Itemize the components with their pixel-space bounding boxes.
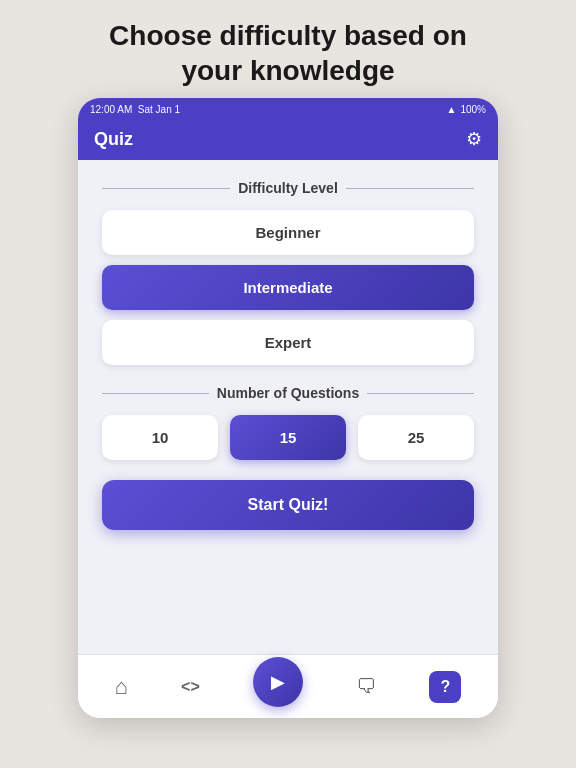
main-content: Difficulty Level Beginner Intermediate E… (78, 160, 498, 654)
difficulty-section-title: Difficulty Level (238, 180, 338, 196)
nav-bar: Quiz ⚙ (78, 120, 498, 160)
question-count-group: 10 15 25 (102, 415, 474, 460)
start-quiz-button[interactable]: Start Quiz! (102, 480, 474, 530)
count-15-button[interactable]: 15 (230, 415, 346, 460)
device-frame: 12:00 AM Sat Jan 1 ▲ 100% Quiz ⚙ Difficu… (78, 98, 498, 718)
difficulty-group: Beginner Intermediate Expert (102, 210, 474, 365)
questions-header-line-left (102, 393, 209, 394)
nav-home[interactable]: ⌂ (115, 674, 128, 700)
expert-button[interactable]: Expert (102, 320, 474, 365)
nav-play-fab[interactable]: ▶ (253, 657, 303, 707)
count-10-button[interactable]: 10 (102, 415, 218, 460)
question-icon: ? (429, 671, 461, 703)
difficulty-header-line-right (346, 188, 474, 189)
questions-header-line-right (367, 393, 474, 394)
code-icon: <> (181, 678, 200, 696)
difficulty-header-line-left (102, 188, 230, 189)
nav-chat[interactable]: 🗨 (356, 675, 376, 698)
settings-icon[interactable]: ⚙ (466, 128, 482, 150)
play-icon: ▶ (271, 671, 285, 693)
nav-code[interactable]: <> (181, 678, 200, 696)
home-icon: ⌂ (115, 674, 128, 700)
status-time: 12:00 AM Sat Jan 1 (90, 104, 180, 115)
chat-icon: 🗨 (356, 675, 376, 698)
status-bar: 12:00 AM Sat Jan 1 ▲ 100% (78, 98, 498, 120)
difficulty-section: Difficulty Level Beginner Intermediate E… (102, 180, 474, 385)
questions-section-title: Number of Questions (217, 385, 359, 401)
beginner-button[interactable]: Beginner (102, 210, 474, 255)
nav-question[interactable]: ? (429, 671, 461, 703)
page-heading: Choose difficulty based on your knowledg… (69, 0, 507, 98)
count-25-button[interactable]: 25 (358, 415, 474, 460)
intermediate-button[interactable]: Intermediate (102, 265, 474, 310)
nav-title: Quiz (94, 129, 133, 150)
wifi-icon: ▲ (447, 104, 457, 115)
questions-section: Number of Questions 10 15 25 (102, 385, 474, 460)
battery-label: 100% (460, 104, 486, 115)
bottom-nav: ⌂ <> ▶ 🗨 ? (78, 654, 498, 718)
